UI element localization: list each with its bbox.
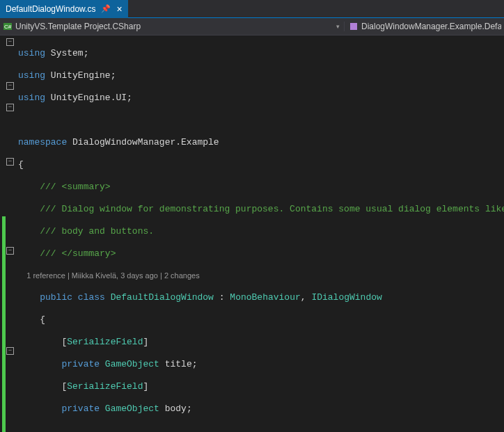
svg-text:C#: C#: [4, 24, 12, 30]
project-dropdown[interactable]: C# UnityVS.Template Project.CSharp ▾: [3, 22, 344, 31]
close-icon[interactable]: ×: [116, 4, 122, 14]
fold-toggle[interactable]: −: [6, 347, 14, 355]
member-dropdown[interactable]: DialogWindowManager.Example.Defa: [344, 22, 501, 31]
tab-filename: DefaultDialogWindow.cs: [6, 4, 95, 14]
pin-icon[interactable]: 📌: [101, 4, 111, 13]
code-editor[interactable]: − − − − − − using System; using UnityEng…: [0, 35, 504, 432]
fold-gutter: − − − − − −: [6, 35, 15, 432]
csharp-icon: C#: [3, 22, 13, 31]
fold-toggle[interactable]: −: [6, 38, 14, 46]
fold-toggle[interactable]: −: [6, 104, 14, 111]
fold-toggle[interactable]: −: [6, 247, 14, 255]
file-tab[interactable]: DefaultDialogWindow.cs 📌 ×: [0, 0, 128, 18]
fold-toggle[interactable]: −: [6, 82, 14, 90]
navigation-bar: C# UnityVS.Template Project.CSharp ▾ Dia…: [0, 18, 504, 35]
svg-rect-2: [350, 23, 357, 30]
member-name: DialogWindowManager.Example.Defa: [361, 22, 501, 31]
method-icon: [349, 22, 359, 31]
tab-bar: DefaultDialogWindow.cs 📌 ×: [0, 0, 504, 18]
code-content[interactable]: using System; using UnityEngine; using U…: [15, 35, 504, 432]
fold-toggle[interactable]: −: [6, 158, 14, 166]
chevron-down-icon: ▾: [336, 23, 344, 30]
project-name: UnityVS.Template Project.CSharp: [15, 22, 141, 31]
codelens[interactable]: 1 reference | Miikka Kivelä, 3 days ago …: [18, 271, 504, 281]
